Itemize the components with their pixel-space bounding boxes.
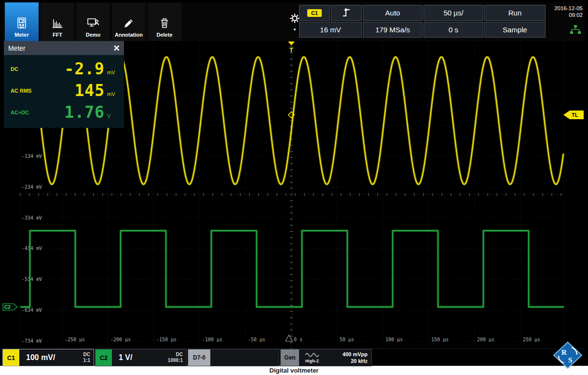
trigger-level-label: TL xyxy=(572,112,578,118)
y-axis-label: -434 mV xyxy=(22,246,42,251)
meter-row-acrms: AC RMS 145 mV xyxy=(4,80,124,101)
timebase-cell[interactable]: 50 µs/ xyxy=(424,5,483,21)
run-state-cell[interactable]: Run xyxy=(484,5,546,21)
close-icon[interactable]: × xyxy=(113,43,120,54)
fft-button-label: FFT xyxy=(53,32,62,38)
delete-button-label: Delete xyxy=(156,32,172,38)
meter-icon xyxy=(15,14,28,29)
meter-dc-unit: mV xyxy=(105,69,117,80)
meter-dc-label: DC xyxy=(11,66,47,72)
channel2-coupling-probe: DC 1000:1 xyxy=(168,352,183,363)
trigger-position-label: T xyxy=(289,46,293,54)
trigger-level-cell[interactable]: 16 mV xyxy=(299,22,362,38)
generator-settings[interactable]: Gen High-Z 400 mVpp 20 kHz xyxy=(280,349,372,366)
channel2-settings[interactable]: C2 1 V/ DC 1000:1 xyxy=(95,349,187,366)
oscilloscope-screen: Meter FFT xyxy=(0,0,588,375)
caption-text: Digital voltmeter xyxy=(270,367,319,374)
generator-waveform-info: High-Z xyxy=(305,352,319,363)
trigger-position-marker[interactable] xyxy=(288,42,295,45)
figure-caption: Digital voltmeter xyxy=(0,366,588,375)
top-toolbar: Meter FFT xyxy=(2,2,586,41)
demo-icon xyxy=(87,14,99,29)
x-axis-label: 50 µs xyxy=(340,337,354,342)
meter-acrms-label: AC RMS xyxy=(11,88,47,94)
x-axis-label: 150 µs xyxy=(431,337,449,342)
chevron-down-icon: ▼ xyxy=(293,28,297,32)
datetime-display: 2016-12-05 09:02 xyxy=(554,5,583,18)
digital-channels-badge[interactable]: D7-0 xyxy=(188,349,210,366)
y-axis-label: -534 mV xyxy=(22,277,42,282)
channel2-badge[interactable]: C2 xyxy=(96,349,112,366)
meter-row-acdc: AC+DC 1.76 V xyxy=(4,101,124,123)
generator-frequency: 20 kHz xyxy=(351,358,368,364)
channel1-badge[interactable]: C1 xyxy=(3,349,19,366)
channel1-probe: 1:1 xyxy=(83,358,90,363)
meter-row-dc: DC -2.9 mV xyxy=(4,58,124,80)
y-axis-label: -134 mV xyxy=(22,153,42,159)
rising-edge-icon xyxy=(342,6,351,19)
trigger-mode-cell[interactable]: Auto xyxy=(363,5,423,21)
meter-acrms-unit: mV xyxy=(105,91,117,101)
x-axis-label: 200 µs xyxy=(477,337,494,342)
lan-network-icon[interactable] xyxy=(570,25,581,36)
x-axis-label: 0 s xyxy=(294,337,302,342)
rohde-schwarz-logo: R S xyxy=(553,342,582,369)
annotation-pencil-icon xyxy=(123,14,135,29)
meter-acdc-value: 1.76 xyxy=(47,103,105,122)
y-axis-label: -734 mV xyxy=(22,338,42,344)
meter-dialog-title: Meter xyxy=(8,44,26,52)
trigger-source-cell[interactable]: C1 xyxy=(299,5,330,21)
channel-bar: C1 100 mV/ DC 1:1 C2 1 V/ DC 1000:1 D7-0… xyxy=(2,348,586,366)
time-text: 09:02 xyxy=(554,12,583,18)
svg-text:S: S xyxy=(568,356,572,364)
x-axis-label: 250 µs xyxy=(523,337,540,342)
demo-button-label: Demo xyxy=(86,32,101,38)
fft-button[interactable]: FFT xyxy=(41,2,74,41)
meter-acrms-value: 145 xyxy=(47,81,105,100)
meter-acdc-unit: V xyxy=(105,113,117,123)
x-axis-label: -250 µs xyxy=(65,337,85,342)
x-axis-label: -150 µs xyxy=(156,337,177,342)
channel1-settings[interactable]: C1 100 mV/ DC 1:1 xyxy=(2,349,94,366)
trigger-source-badge: C1 xyxy=(307,9,322,17)
sine-waveform-icon xyxy=(305,352,319,358)
meter-button[interactable]: Meter xyxy=(5,2,39,41)
y-axis-label: -634 mV xyxy=(22,307,42,313)
digital-channels-settings[interactable]: D7-0 xyxy=(188,349,279,366)
svg-text:R: R xyxy=(561,348,567,356)
y-axis-label: -234 mV xyxy=(22,184,42,190)
channel2-coupling: DC xyxy=(176,352,183,358)
demo-button[interactable]: Demo xyxy=(76,2,110,41)
channel2-probe: 1000:1 xyxy=(168,358,183,363)
channel1-coupling-probe: DC 1:1 xyxy=(83,352,90,363)
meter-button-label: Meter xyxy=(14,32,28,38)
acquisition-mode-cell[interactable]: Sample xyxy=(484,22,546,38)
generator-impedance: High-Z xyxy=(305,359,319,363)
trigger-slope-cell[interactable] xyxy=(331,5,362,21)
channel1-coupling: DC xyxy=(83,352,90,358)
generator-output-settings: 400 mVpp 20 kHz xyxy=(342,351,368,364)
channel1-scale: 100 mV/ xyxy=(26,353,55,362)
annotation-button[interactable]: Annotation xyxy=(112,2,146,41)
generator-badge[interactable]: Gen xyxy=(281,349,299,366)
x-axis-label: -50 µs xyxy=(248,337,265,342)
x-axis-label: 100 µs xyxy=(385,337,403,342)
meter-dialog: Meter × DC -2.9 mV AC RMS 145 mV AC+DC 1… xyxy=(4,41,124,128)
channel2-scale: 1 V/ xyxy=(119,353,132,362)
horizontal-position-cell[interactable]: 0 s xyxy=(424,22,483,38)
annotation-button-label: Annotation xyxy=(115,32,143,38)
x-axis-label: -200 µs xyxy=(110,337,131,342)
date-text: 2016-12-05 xyxy=(554,5,583,12)
meter-dialog-body: DC -2.9 mV AC RMS 145 mV AC+DC 1.76 V xyxy=(4,55,124,128)
sample-rate-cell[interactable]: 179 MSa/s xyxy=(363,22,423,38)
x-axis-label: -100 µs xyxy=(202,337,222,342)
meter-acdc-label: AC+DC xyxy=(11,110,47,115)
trash-icon xyxy=(158,14,171,29)
delete-button[interactable]: Delete xyxy=(148,2,181,41)
c2-ground-label: C2 xyxy=(4,305,11,310)
meter-dialog-header[interactable]: Meter × xyxy=(4,41,124,55)
generator-amplitude: 400 mVpp xyxy=(342,351,368,358)
meter-dc-value: -2.9 xyxy=(47,59,105,78)
fft-icon xyxy=(51,14,64,29)
y-axis-label: -334 mV xyxy=(22,215,42,221)
